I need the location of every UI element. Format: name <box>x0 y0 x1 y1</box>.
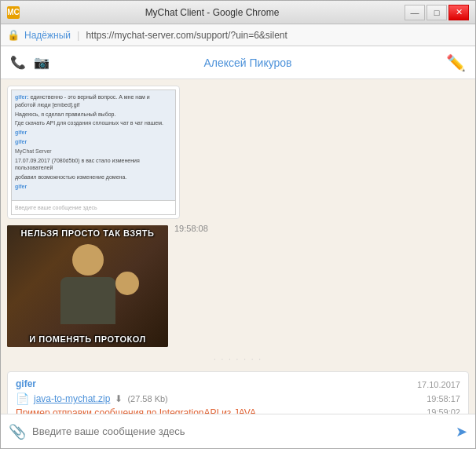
person-body <box>60 277 115 324</box>
phone-icon[interactable]: 📞 <box>10 55 26 70</box>
file-row: 📄 java-to-mychat.zip ⬇ (27.58 Kb) <box>16 392 460 405</box>
send-icon[interactable]: ➤ <box>456 423 467 440</box>
attach-icon[interactable]: 📎 <box>9 423 26 440</box>
close-button[interactable]: ✕ <box>449 5 469 20</box>
screenshot-input-bar: Введите ваше сообщение здесь <box>12 200 175 214</box>
file-message: gifer 📄 java-to-mychat.zip ⬇ (27.58 Kb) … <box>7 371 469 414</box>
screenshot-line-8: добавил возможностью изменение домена. <box>15 173 172 181</box>
screenshot-line-2: Надеюсь, я сделал правильный выбор. <box>15 111 172 119</box>
video-icon[interactable]: 📷 <box>34 55 49 70</box>
meme-message: НЕЛЬЗЯ ПРОСТО ТАК ВЗЯТЬ И ПОМЕНЯТЬ ПРОТО… <box>7 225 168 347</box>
meme-top-text: НЕЛЬЗЯ ПРОСТО ТАК ВЗЯТЬ <box>7 228 168 238</box>
screenshot-line-1: gifer: единственно - это верный вопрос. … <box>15 93 172 109</box>
screenshot-line-5: gifer <box>15 138 172 146</box>
header-left-actions: 📞 📷 <box>10 55 49 70</box>
contact-name: Алексей Пикуров <box>49 57 446 69</box>
chat-header: 📞 📷 Алексей Пикуров ✏️ <box>1 46 475 79</box>
file-sender: gifer <box>16 378 460 389</box>
minimize-button[interactable]: — <box>405 5 425 20</box>
message-divider: · · · · · · · <box>7 355 469 363</box>
meme-bottom-text: И ПОМЕНЯТЬ ПРОТОКОЛ <box>7 334 168 344</box>
person-head <box>72 244 104 276</box>
screenshot-content: gifer: единственно - это верный вопрос. … <box>12 90 175 195</box>
url-text[interactable]: https://mychat-server.com/support/?uin=6… <box>86 30 287 41</box>
meme-hand <box>115 272 139 295</box>
file-size: (27.58 Kb) <box>127 394 167 403</box>
download-icon[interactable]: ⬇ <box>115 393 123 404</box>
maximize-button[interactable]: □ <box>427 5 447 20</box>
screenshot-line-9: gifer <box>15 183 172 191</box>
file-date: 17.10.2017 <box>417 378 460 392</box>
screenshot-line-7: 17.07.09.2017 (7080d5b0) в вас стало изм… <box>15 157 172 173</box>
screenshot-preview: gifer: единственно - это верный вопрос. … <box>11 89 176 215</box>
meme-timestamp: 19:58:08 <box>174 224 208 233</box>
window-title: MyChat Client - Google Chrome <box>20 7 405 18</box>
person-silhouette <box>57 244 119 323</box>
app-icon: MC <box>7 6 20 19</box>
lock-icon: 🔒 <box>7 29 20 41</box>
separator: | <box>77 29 79 41</box>
chat-input-bar: 📎 ➤ <box>1 414 475 448</box>
file-doc-icon: 📄 <box>16 392 29 405</box>
screenshot-message: gifer: единственно - это верный вопрос. … <box>7 86 180 219</box>
title-bar: MC MyChat Client - Google Chrome — □ ✕ <box>1 1 475 24</box>
meme-image: НЕЛЬЗЯ ПРОСТО ТАК ВЗЯТЬ И ПОМЕНЯТЬ ПРОТО… <box>7 225 168 347</box>
message-input[interactable] <box>32 425 449 437</box>
meme-row: НЕЛЬЗЯ ПРОСТО ТАК ВЗЯТЬ И ПОМЕНЯТЬ ПРОТО… <box>7 225 469 350</box>
meme-person <box>7 225 168 347</box>
app-window: MC MyChat Client - Google Chrome — □ ✕ 🔒… <box>0 0 476 449</box>
chat-body: gifer: единственно - это верный вопрос. … <box>1 79 475 414</box>
file-name[interactable]: java-to-mychat.zip <box>34 393 110 404</box>
screenshot-line-6: MyChat Server <box>15 148 172 155</box>
file-time-2: 19:59:02 <box>417 406 460 414</box>
file-time-1: 19:58:17 <box>417 392 460 407</box>
file-meta: 17.10.2017 19:58:17 19:59:02 <box>417 378 460 414</box>
screenshot-line-3: Где скачать API для создания сплошных ча… <box>15 119 172 127</box>
file-description: Пример отправки сообщения по Integration… <box>16 407 460 414</box>
window-controls: — □ ✕ <box>405 5 469 20</box>
address-bar: 🔒 Надёжный | https://mychat-server.com/s… <box>1 24 475 46</box>
screenshot-line-4: gifer <box>15 129 172 137</box>
edit-icon[interactable]: ✏️ <box>446 53 466 72</box>
secure-label: Надёжный <box>24 30 71 41</box>
